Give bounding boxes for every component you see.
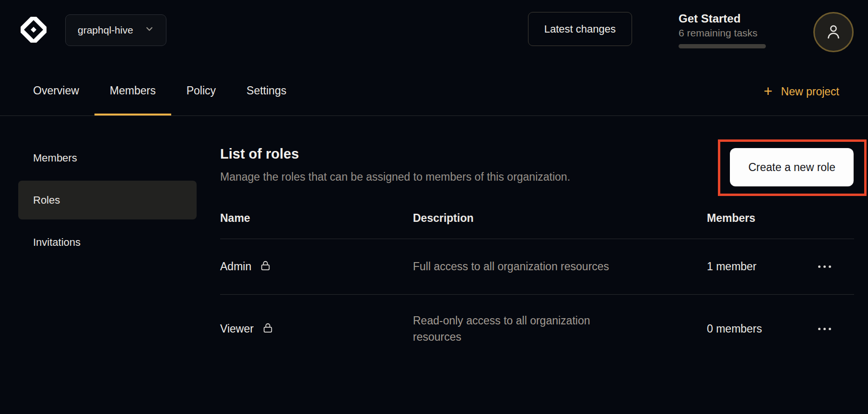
chevron-down-icon	[145, 24, 154, 36]
sidebar-item-roles[interactable]: Roles	[18, 181, 197, 219]
tab-overview-label: Overview	[33, 84, 79, 97]
table-row-admin: Admin Full access to all organization re…	[220, 239, 854, 295]
page-subtitle: Manage the roles that can be assigned to…	[220, 171, 570, 184]
title-block: List of roles Manage the roles that can …	[220, 139, 570, 184]
user-icon	[824, 22, 843, 43]
sidebar-item-invitations[interactable]: Invitations	[18, 223, 197, 262]
role-name-cell: Admin	[220, 259, 413, 275]
role-members-cell: 0 members	[707, 322, 854, 335]
page-title: List of roles	[220, 146, 570, 162]
get-started-widget[interactable]: Get Started 6 remaining tasks	[679, 12, 766, 48]
create-new-role-button[interactable]: Create a new role	[730, 148, 854, 186]
tab-policy-label: Policy	[187, 84, 216, 97]
column-header-description: Description	[413, 212, 707, 225]
lock-icon	[262, 322, 274, 337]
tab-settings[interactable]: Settings	[231, 68, 302, 115]
annotation-highlight-box: Create a new role	[718, 139, 867, 196]
organization-name: graphql-hive	[78, 24, 133, 36]
role-member-count: 1 member	[707, 260, 757, 273]
role-member-count: 0 members	[707, 322, 762, 335]
role-name: Admin	[220, 260, 251, 273]
column-header-members: Members	[707, 212, 854, 225]
role-name: Viewer	[220, 322, 254, 335]
plus-icon: +	[763, 84, 772, 99]
tab-members-label: Members	[110, 84, 156, 97]
lock-icon	[259, 260, 271, 275]
column-header-name: Name	[220, 212, 413, 225]
role-description: Full access to all organization resource…	[413, 258, 638, 275]
sidebar-item-members[interactable]: Members	[18, 138, 197, 177]
roles-panel: List of roles Manage the roles that can …	[220, 139, 854, 363]
new-project-label: New project	[781, 85, 839, 98]
members-sidebar: Members Roles Invitations	[18, 138, 197, 363]
top-bar: graphql-hive Latest changes Get Started …	[0, 0, 868, 52]
organization-selector[interactable]: graphql-hive	[65, 14, 166, 46]
get-started-title: Get Started	[679, 12, 766, 25]
row-menu-button[interactable]	[816, 324, 833, 334]
table-row-viewer: Viewer Read-only access to all organizat…	[220, 295, 854, 363]
hive-logo-icon[interactable]	[18, 14, 49, 45]
roles-panel-header: List of roles Manage the roles that can …	[220, 139, 854, 196]
user-avatar-button[interactable]	[813, 12, 854, 52]
tab-bar: Overview Members Policy Settings + New p…	[0, 68, 868, 116]
ellipsis-icon	[818, 265, 821, 268]
get-started-progress-bar	[679, 44, 766, 48]
role-members-cell: 1 member	[707, 260, 854, 273]
tab-settings-label: Settings	[246, 84, 286, 97]
role-name-cell: Viewer	[220, 321, 413, 337]
content-area: Members Roles Invitations List of roles …	[0, 116, 868, 363]
roles-table: Name Description Members Admin Full acce…	[220, 212, 854, 363]
roles-table-header: Name Description Members	[220, 212, 854, 239]
role-description: Read-only access to all organization res…	[413, 312, 638, 345]
get-started-subtitle: 6 remaining tasks	[679, 27, 766, 39]
tab-policy[interactable]: Policy	[171, 68, 231, 115]
tab-members[interactable]: Members	[94, 68, 171, 115]
row-menu-button[interactable]	[816, 262, 833, 272]
ellipsis-icon	[818, 328, 821, 330]
tab-overview[interactable]: Overview	[18, 68, 94, 115]
latest-changes-button[interactable]: Latest changes	[528, 12, 632, 46]
new-project-button[interactable]: + New project	[763, 68, 839, 115]
